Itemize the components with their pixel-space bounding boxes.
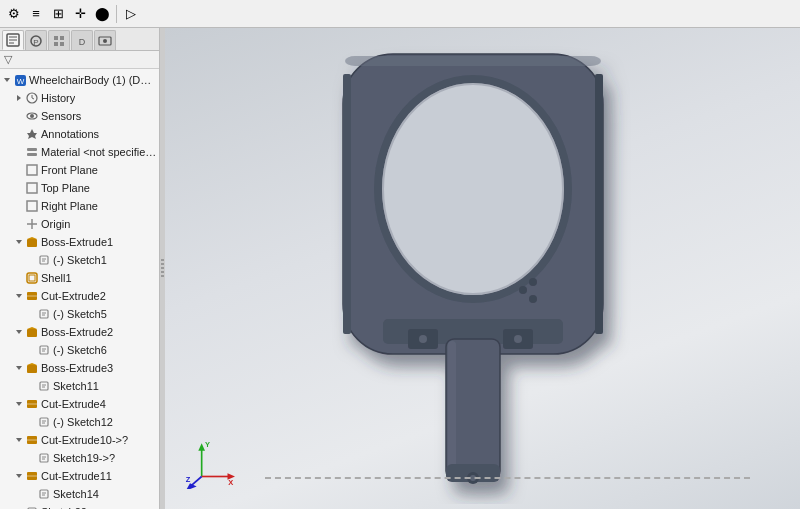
tree-label-sketch14: Sketch14 (53, 488, 99, 500)
tree-arrow-sketch6 (26, 345, 36, 355)
tree-arrow-annotations (14, 129, 24, 139)
tree-item-sketch5[interactable]: (-) Sketch5 (0, 305, 159, 323)
tree-item-top-plane[interactable]: Top Plane (0, 179, 159, 197)
tree-label-sketch11: Sketch11 (53, 380, 99, 392)
tree-item-sketch1[interactable]: (-) Sketch1 (0, 251, 159, 269)
tree-icon-history (25, 91, 39, 105)
tree-item-wheelchair-body[interactable]: WWheelchairBody (1) (Defaul (0, 71, 159, 89)
tree-arrow-history (14, 93, 24, 103)
svg-rect-105 (448, 341, 456, 477)
tab-features[interactable] (2, 30, 24, 50)
tree-item-cut-extrude11[interactable]: Cut-Extrude11 (0, 467, 159, 485)
tree-label-boss-extrude2: Boss-Extrude2 (41, 326, 113, 338)
svg-rect-51 (27, 365, 37, 373)
tree-arrow-boss-extrude3 (14, 363, 24, 373)
tree-item-sensors[interactable]: Sensors (0, 107, 159, 125)
3d-viewport[interactable]: Y X Z (165, 28, 800, 509)
tree-item-sketch6[interactable]: (-) Sketch6 (0, 341, 159, 359)
tree-label-history: History (41, 92, 75, 104)
tree-label-sensors: Sensors (41, 110, 81, 122)
tree-label-wheelchair-body: WheelchairBody (1) (Defaul (29, 74, 157, 86)
svg-text:W: W (16, 77, 24, 86)
tab-display[interactable] (94, 30, 116, 50)
svg-rect-90 (345, 56, 601, 66)
svg-rect-65 (40, 454, 48, 462)
tree-item-origin[interactable]: Origin (0, 215, 159, 233)
svg-point-101 (529, 278, 537, 286)
tree-icon-right-plane (25, 199, 39, 213)
toolbar-icon-6[interactable]: ▷ (121, 4, 141, 24)
tree-label-boss-extrude3: Boss-Extrude3 (41, 362, 113, 374)
svg-marker-38 (16, 294, 22, 298)
svg-text:P: P (33, 38, 38, 47)
tree-item-right-plane[interactable]: Right Plane (0, 197, 159, 215)
tree-label-material: Material <not specified> (41, 146, 157, 158)
svg-marker-13 (4, 78, 10, 82)
svg-line-19 (32, 98, 34, 99)
svg-text:Z: Z (186, 475, 191, 484)
tree-arrow-sketch14 (26, 489, 36, 499)
tree-icon-sketch1 (37, 253, 51, 267)
tree-icon-sensors (25, 109, 39, 123)
tree-icon-sketch19 (37, 451, 51, 465)
tree-item-sketch14[interactable]: Sketch14 (0, 485, 159, 503)
toolbar: ⚙ ≡ ⊞ ✛ ⬤ ▷ (0, 0, 800, 28)
tree-arrow-sketch11 (26, 381, 36, 391)
toolbar-icon-3[interactable]: ⊞ (48, 4, 68, 24)
svg-marker-56 (16, 402, 22, 406)
svg-rect-23 (27, 148, 37, 151)
tree-label-sketch6: (-) Sketch6 (53, 344, 107, 356)
toolbar-icon-4[interactable]: ✛ (70, 4, 90, 24)
tree-item-sketch19[interactable]: Sketch19->? (0, 449, 159, 467)
svg-marker-32 (27, 237, 37, 239)
model-svg (263, 34, 703, 504)
svg-text:D: D (79, 37, 86, 47)
tab-dim[interactable]: D (71, 30, 93, 50)
toolbar-icon-1[interactable]: ⚙ (4, 4, 24, 24)
tree-arrow-sketch5 (26, 309, 36, 319)
tree-item-cut-extrude4[interactable]: Cut-Extrude4 (0, 395, 159, 413)
tree-arrow-sensors (14, 111, 24, 121)
tree-item-shell1[interactable]: Shell1 (0, 269, 159, 287)
svg-marker-46 (27, 327, 37, 329)
tree-arrow-front-plane (14, 165, 24, 175)
tree-item-cut-extrude2[interactable]: Cut-Extrude2 (0, 287, 159, 305)
tree-icon-shell1 (25, 271, 39, 285)
tree-label-sketch12: (-) Sketch12 (53, 416, 113, 428)
toolbar-icon-2[interactable]: ≡ (26, 4, 46, 24)
tree-arrow-shell1 (14, 273, 24, 283)
tree-icon-material (25, 145, 39, 159)
tree-item-boss-extrude1[interactable]: Boss-Extrude1 (0, 233, 159, 251)
tree-arrow-right-plane (14, 201, 24, 211)
svg-point-98 (419, 335, 427, 343)
tree-item-history[interactable]: History (0, 89, 159, 107)
svg-marker-16 (17, 95, 21, 101)
tree-item-front-plane[interactable]: Front Plane (0, 161, 159, 179)
tree-item-cut-extrude10[interactable]: Cut-Extrude10->? (0, 431, 159, 449)
tree-label-annotations: Annotations (41, 128, 99, 140)
svg-rect-71 (40, 490, 48, 498)
feature-tree: WWheelchairBody (1) (DefaulHistorySensor… (0, 69, 159, 509)
tree-item-sketch12[interactable]: (-) Sketch12 (0, 413, 159, 431)
tree-item-boss-extrude2[interactable]: Boss-Extrude2 (0, 323, 159, 341)
tree-arrow-boss-extrude1 (14, 237, 24, 247)
tree-label-sketch19: Sketch19->? (53, 452, 115, 464)
svg-rect-45 (27, 329, 37, 337)
ground-plane (265, 477, 750, 479)
tree-label-front-plane: Front Plane (41, 164, 98, 176)
svg-rect-25 (27, 165, 37, 175)
filter-bar: ▽ (0, 51, 159, 69)
svg-point-102 (529, 295, 537, 303)
toolbar-icon-5[interactable]: ⬤ (92, 4, 112, 24)
tree-item-boss-extrude3[interactable]: Boss-Extrude3 (0, 359, 159, 377)
tree-item-sketch20[interactable]: Sketch20 (0, 503, 159, 509)
tab-property[interactable]: P (25, 30, 47, 50)
tree-arrow-cut-extrude4 (14, 399, 24, 409)
feature-tabs: P D (0, 28, 159, 51)
resize-dots (161, 259, 164, 279)
tab-config[interactable] (48, 30, 70, 50)
tree-item-annotations[interactable]: Annotations (0, 125, 159, 143)
tree-item-sketch11[interactable]: Sketch11 (0, 377, 159, 395)
tree-arrow-sketch12 (26, 417, 36, 427)
tree-item-material[interactable]: Material <not specified> (0, 143, 159, 161)
